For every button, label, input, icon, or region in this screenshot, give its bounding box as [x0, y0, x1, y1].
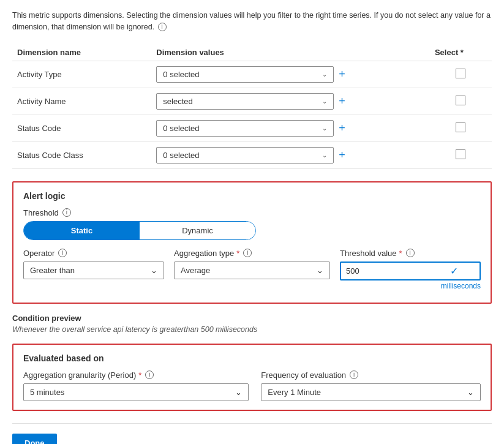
info-icon: i	[158, 23, 167, 31]
dimensions-table: Dimension name Dimension values Select *…	[12, 44, 492, 169]
operator-info-icon: i	[58, 249, 67, 257]
condition-preview-title: Condition preview	[12, 314, 492, 323]
dim-checkbox-activity-type[interactable]	[456, 69, 465, 78]
info-text: This metric supports dimensions. Selecti…	[12, 11, 491, 31]
aggregation-required: *	[236, 249, 239, 258]
period-chevron-icon: ⌄	[235, 388, 242, 397]
dim-select-col-activity-type	[430, 61, 492, 88]
dim-name-status-code-class: Status Code Class	[12, 141, 151, 168]
period-value: 5 minutes	[30, 388, 64, 397]
dim-dropdown-wrapper-activity-type: 0 selected ⌄ +	[156, 66, 425, 83]
operator-value: Greater than	[30, 266, 75, 275]
dim-select-col-activity-name	[430, 88, 492, 115]
dim-select-col-status-code	[430, 115, 492, 141]
dimension-row-status-code: Status Code 0 selected ⌄ +	[12, 115, 492, 141]
threshold-value-field: Threshold value * i ✓ milliseconds	[340, 249, 481, 290]
dim-chevron-icon-status-code: ⌄	[322, 125, 327, 132]
period-info-icon: i	[145, 371, 154, 379]
threshold-info-icon: i	[62, 208, 71, 217]
condition-preview-section: Condition preview Whenever the overall s…	[12, 314, 492, 334]
dim-chevron-icon-activity-type: ⌄	[322, 71, 327, 78]
threshold-required: *	[399, 249, 402, 258]
aggregation-field: Aggregation type * i Average ⌄	[174, 249, 330, 279]
operator-chevron-icon: ⌄	[151, 266, 157, 275]
dim-dropdown-wrapper-status-code: 0 selected ⌄ +	[156, 120, 425, 137]
dim-plus-icon-status-code[interactable]: +	[339, 122, 345, 135]
dim-placeholder-activity-name: selected	[163, 97, 192, 106]
aggregation-chevron-icon: ⌄	[317, 266, 323, 275]
dim-dropdown-activity-name[interactable]: selected ⌄	[156, 93, 334, 110]
frequency-info-icon: i	[350, 371, 358, 379]
dim-dropdown-status-code-class[interactable]: 0 selected ⌄	[156, 147, 334, 164]
aggregation-info-icon: i	[243, 249, 252, 257]
dim-values-status-code: 0 selected ⌄ +	[151, 115, 430, 141]
frequency-field: Frequency of evaluation i Every 1 Minute…	[261, 371, 481, 401]
alert-logic-section: Alert logic Threshold i Static Dynamic O…	[12, 181, 492, 304]
footer-divider	[12, 423, 492, 424]
alert-logic-title: Alert logic	[23, 191, 481, 201]
threshold-toggle-group[interactable]: Static Dynamic	[23, 221, 256, 240]
col-header-values: Dimension values	[151, 44, 430, 61]
done-button[interactable]: Done	[12, 434, 57, 445]
dim-name-activity-name: Activity Name	[12, 88, 151, 115]
period-select[interactable]: 5 minutes ⌄	[23, 383, 249, 401]
dim-plus-icon-status-code-class[interactable]: +	[339, 149, 345, 162]
frequency-chevron-icon: ⌄	[467, 388, 474, 397]
dim-checkbox-status-code[interactable]	[456, 122, 465, 132]
dim-name-status-code: Status Code	[12, 115, 151, 141]
dimension-row-status-code-class: Status Code Class 0 selected ⌄ +	[12, 141, 492, 168]
info-banner: This metric supports dimensions. Selecti…	[12, 10, 492, 33]
condition-preview-text: Whenever the overall service api latency…	[12, 325, 492, 334]
frequency-label: Frequency of evaluation	[261, 371, 346, 380]
dim-values-status-code-class: 0 selected ⌄ +	[151, 141, 430, 168]
dim-name-activity-type: Activity Type	[12, 61, 151, 88]
evaluated-section-title: Evaluated based on	[23, 353, 481, 363]
threshold-input-wrapper[interactable]: ✓	[340, 262, 481, 280]
threshold-unit: milliseconds	[340, 282, 481, 290]
frequency-value: Every 1 Minute	[268, 388, 321, 397]
evaluated-based-on-section: Evaluated based on Aggregation granulari…	[12, 344, 492, 411]
evaluated-form-row: Aggregation granularity (Period) * i 5 m…	[23, 371, 481, 401]
threshold-value-info-icon: i	[406, 249, 415, 257]
col-header-name: Dimension name	[12, 44, 151, 61]
operator-select[interactable]: Greater than ⌄	[23, 262, 164, 279]
dim-plus-icon-activity-name[interactable]: +	[339, 95, 345, 108]
dim-checkbox-status-code-class[interactable]	[456, 149, 465, 159]
threshold-value-label: Threshold value	[340, 249, 397, 258]
dim-select-col-status-code-class	[430, 141, 492, 168]
operator-field: Operator i Greater than ⌄	[23, 249, 164, 279]
dim-values-activity-type: 0 selected ⌄ +	[151, 61, 430, 88]
dim-dropdown-wrapper-activity-name: selected ⌄ +	[156, 93, 425, 110]
dim-plus-icon-activity-type[interactable]: +	[339, 68, 345, 81]
operator-label: Operator	[23, 249, 55, 258]
frequency-select[interactable]: Every 1 Minute ⌄	[261, 383, 481, 401]
dimension-row-activity-type: Activity Type 0 selected ⌄ +	[12, 61, 492, 88]
dim-placeholder-activity-type: 0 selected	[163, 70, 199, 79]
alert-logic-form-row: Operator i Greater than ⌄ Aggregation ty…	[23, 249, 481, 290]
aggregation-value: Average	[181, 266, 210, 275]
dim-placeholder-status-code: 0 selected	[163, 124, 199, 133]
static-toggle-btn[interactable]: Static	[24, 222, 140, 239]
dim-checkbox-activity-name[interactable]	[456, 96, 465, 105]
dim-placeholder-status-code-class: 0 selected	[163, 151, 199, 160]
period-required: *	[138, 371, 141, 380]
aggregation-label: Aggregation type	[174, 249, 234, 258]
dim-dropdown-wrapper-status-code-class: 0 selected ⌄ +	[156, 147, 425, 164]
dimension-row-activity-name: Activity Name selected ⌄ +	[12, 88, 492, 115]
col-header-select: Select *	[430, 44, 492, 61]
dim-dropdown-activity-type[interactable]: 0 selected ⌄	[156, 66, 334, 83]
dim-values-activity-name: selected ⌄ +	[151, 88, 430, 115]
dynamic-toggle-btn[interactable]: Dynamic	[140, 222, 255, 239]
threshold-check-icon: ✓	[450, 265, 458, 277]
dim-chevron-icon-status-code-class: ⌄	[322, 152, 327, 159]
dim-chevron-icon-activity-name: ⌄	[322, 98, 327, 105]
threshold-label: Threshold i	[23, 208, 481, 217]
period-field: Aggregation granularity (Period) * i 5 m…	[23, 371, 249, 401]
period-label: Aggregation granularity (Period)	[23, 371, 136, 380]
threshold-input[interactable]	[346, 266, 450, 276]
aggregation-select[interactable]: Average ⌄	[174, 262, 330, 279]
dim-dropdown-status-code[interactable]: 0 selected ⌄	[156, 120, 334, 137]
